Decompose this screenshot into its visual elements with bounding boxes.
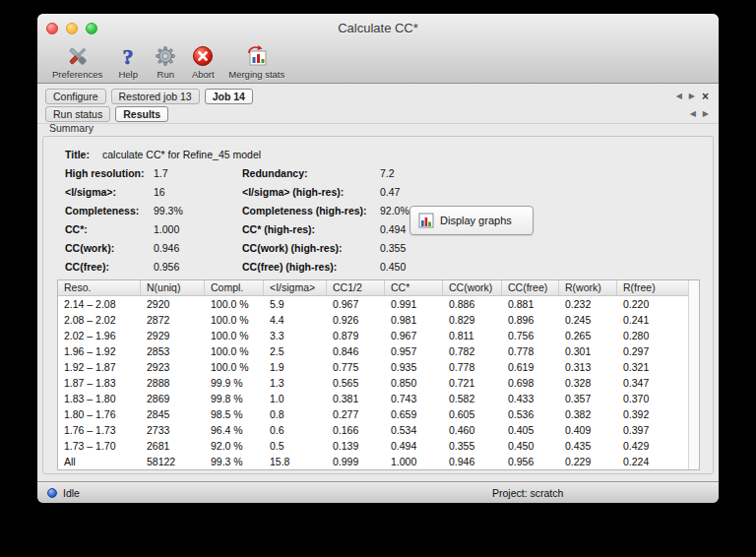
table-cell: 100.0 % (205, 359, 264, 375)
display-graphs-button[interactable]: Display graphs (410, 206, 534, 235)
table-cell: 0.313 (559, 359, 617, 375)
tab-configure[interactable]: Configure (45, 89, 106, 104)
column-header[interactable]: <I/sigma> (264, 280, 327, 295)
summary-value: 0.47 (380, 186, 400, 198)
summary-label: High resolution: (65, 167, 145, 179)
subtab-run-status[interactable]: Run status (45, 106, 110, 122)
table-cell: 100.0 % (205, 343, 264, 359)
table-cell: 0.775 (327, 359, 385, 375)
table-cell: 0.328 (559, 375, 617, 391)
summary-value: 92.0% (380, 205, 410, 217)
table-cell: 0.382 (559, 406, 617, 422)
table-cell: 4.4 (264, 312, 327, 328)
summary-value: calculate CC* for Refine_45 model (102, 149, 261, 160)
toolbar-button-preferences[interactable]: Preferences (45, 43, 109, 80)
table-cell: 0.220 (617, 296, 699, 312)
table-cell: 0.265 (559, 328, 617, 343)
table-row[interactable]: 1.87 – 1.83288899.9 %1.30.5650.8500.7210… (58, 375, 699, 391)
table-cell: 0.846 (327, 343, 385, 359)
table-cell: 2920 (141, 296, 205, 312)
table-header: Reso.N(uniq)Compl.<I/sigma>CC1/2CC*CC(wo… (58, 280, 699, 296)
summary-label: CC(free): (65, 261, 109, 273)
svg-text:?: ? (123, 44, 134, 68)
column-header[interactable]: CC(work) (443, 280, 502, 295)
table-cell: 0.850 (385, 375, 443, 391)
table-row[interactable]: All5812299.3 %15.80.9991.0000.9460.9560.… (58, 454, 699, 469)
result-tab-nav: ◀ ▶ (690, 110, 709, 118)
table-cell: 100.0 % (205, 296, 264, 312)
table-cell: 2.14 – 2.08 (58, 296, 141, 312)
subtab-scroll-right-icon[interactable]: ▶ (703, 110, 709, 118)
table-row[interactable]: 1.83 – 1.80286999.8 %1.00.3810.7430.5820… (58, 391, 699, 406)
toolbar-button-label: Merging stats (228, 69, 284, 80)
subtab-results[interactable]: Results (115, 106, 168, 122)
table-row[interactable]: 1.73 – 1.70268192.0 %0.50.1390.4940.3550… (58, 438, 699, 454)
summary-label: <I/sigma>: (65, 186, 116, 198)
zoom-window-button[interactable] (86, 23, 97, 34)
subtab-scroll-left-icon[interactable]: ◀ (690, 110, 696, 118)
table-cell: 1.83 – 1.80 (58, 391, 141, 406)
summary-value: 1.7 (154, 167, 168, 179)
traffic-lights (46, 23, 97, 34)
column-header[interactable]: CC* (385, 280, 443, 295)
table-cell: 0.5 (264, 438, 327, 454)
table-cell: 0.926 (327, 312, 385, 328)
table-cell: 2.5 (264, 343, 327, 359)
summary-label: CC* (high-res): (242, 223, 315, 235)
column-header[interactable]: Compl. (205, 280, 264, 295)
summary-label: Completeness: (65, 205, 139, 217)
toolbar-button-label: Preferences (52, 69, 102, 80)
column-header[interactable]: N(uniq) (141, 280, 205, 295)
table-row[interactable]: 1.80 – 1.76284598.5 %0.80.2770.6590.6050… (58, 406, 699, 422)
table-cell: 99.9 % (205, 375, 264, 391)
minimize-window-button[interactable] (66, 23, 78, 34)
column-header[interactable]: R(work) (559, 280, 617, 295)
table-cell: 0.297 (617, 343, 699, 359)
table-row[interactable]: 2.02 – 1.962929100.0 %3.30.8790.9670.811… (58, 328, 699, 343)
toolbar-button-label: Help (118, 69, 138, 80)
table-cell: 3.3 (264, 328, 327, 343)
table-row[interactable]: 1.76 – 1.73273396.4 %0.60.1660.5340.4600… (58, 422, 699, 438)
table-scrollbar[interactable] (688, 280, 699, 469)
column-header[interactable]: R(free) (617, 280, 699, 295)
table-cell: 1.3 (264, 375, 327, 391)
tab-close-icon[interactable]: × (702, 91, 709, 102)
table-row[interactable]: 1.92 – 1.872923100.0 %1.90.7750.9350.778… (58, 359, 699, 375)
table-cell: 0.229 (559, 454, 617, 469)
bar-chart-icon (418, 213, 434, 228)
table-cell: 0.355 (443, 438, 502, 454)
close-window-button[interactable] (46, 23, 58, 34)
summary-value: 99.3% (154, 205, 183, 217)
table-cell: 2.02 – 1.96 (58, 328, 141, 343)
table-cell: 0.280 (617, 328, 699, 343)
table-cell: 0.534 (385, 422, 443, 438)
column-header[interactable]: CC1/2 (327, 280, 385, 295)
table-cell: 0.811 (443, 328, 502, 343)
table-row[interactable]: 2.14 – 2.082920100.0 %5.90.9670.9910.886… (58, 296, 699, 312)
table-cell: 0.981 (385, 312, 443, 328)
toolbar-button-run[interactable]: Run (147, 43, 184, 80)
table-cell: 1.76 – 1.73 (58, 422, 141, 438)
table-cell: 0.370 (617, 391, 699, 406)
tab-scroll-right-icon[interactable]: ▶ (689, 93, 695, 100)
title-bar[interactable]: Calculate CC* (37, 14, 719, 43)
column-header[interactable]: Reso. (58, 280, 141, 295)
tab-job-14[interactable]: Job 14 (205, 89, 253, 104)
toolbar-button-merging-stats[interactable]: Merging stats (221, 43, 291, 80)
table-cell: 0.429 (617, 438, 699, 454)
toolbar-button-help[interactable]: ?Help (109, 43, 147, 80)
result-tabs: Run statusResults (45, 106, 173, 122)
table-cell: 0.778 (443, 359, 502, 375)
column-header[interactable]: CC(free) (502, 280, 559, 295)
table-row[interactable]: 2.08 – 2.022872100.0 %4.40.9260.9810.829… (58, 312, 699, 328)
tab-restored-job-13[interactable]: Restored job 13 (111, 89, 200, 104)
table-row[interactable]: 1.96 – 1.922853100.0 %2.50.8460.9570.782… (58, 343, 699, 359)
table-cell: 0.224 (617, 454, 699, 469)
tab-scroll-left-icon[interactable]: ◀ (676, 93, 682, 100)
toolbar-button-abort[interactable]: Abort (184, 43, 221, 80)
summary-title-row: Title: calculate CC* for Refine_45 model (65, 147, 557, 165)
table-cell: 100.0 % (205, 312, 264, 328)
table-cell: 92.0 % (205, 438, 264, 454)
table-cell: 58122 (141, 454, 205, 469)
table-body: 2.14 – 2.082920100.0 %5.90.9670.9910.886… (58, 296, 699, 469)
